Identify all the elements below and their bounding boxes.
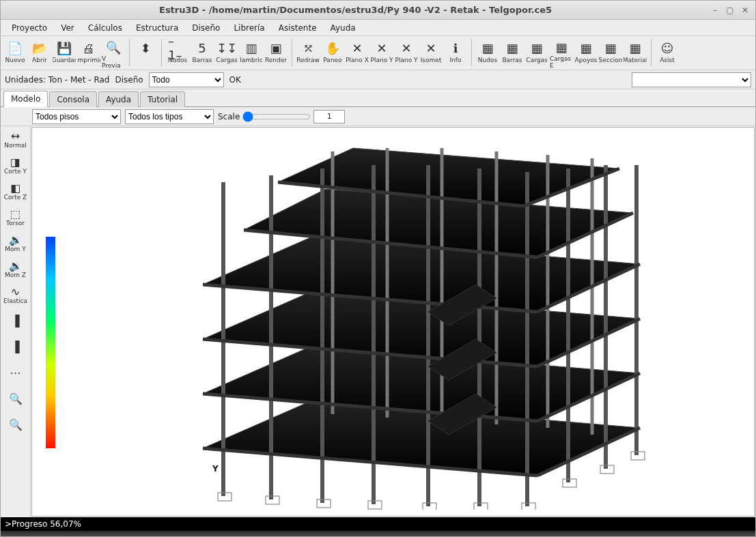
apoyos-icon: ▦ xyxy=(576,39,596,57)
nudos-icon: –1– xyxy=(168,39,187,57)
status-text: >Progreso 56,07% xyxy=(5,519,81,529)
left-momz-button[interactable]: 🔉Mom Z xyxy=(2,257,29,282)
nudos2-label: Nudos xyxy=(478,57,497,63)
scale-slider[interactable] xyxy=(242,111,311,122)
toolbar-abrir-button[interactable]: 📂Abrir xyxy=(28,38,51,69)
menu-ver[interactable]: Ver xyxy=(54,21,81,35)
momy-label: Mom Y xyxy=(5,246,25,252)
toolbar-seccion-button[interactable]: ▦Seccion xyxy=(599,38,622,69)
maximize-button[interactable]: ▢ xyxy=(724,4,736,16)
toolbar-cargas-button[interactable]: ↧↧Cargas xyxy=(215,38,238,69)
left-tool-a-button[interactable]: ▐ xyxy=(2,309,29,334)
toolbar-barras2-button[interactable]: ▦Barras xyxy=(501,38,524,69)
toolbar-paneo-button[interactable]: ✋Paneo xyxy=(321,38,344,69)
barras2-icon: ▦ xyxy=(503,39,522,57)
titlebar: Estru3D - /home/martin/Documentos/estru3… xyxy=(1,1,755,20)
tab-ayuda[interactable]: Ayuda xyxy=(98,91,139,107)
torsor-label: Torsor xyxy=(6,220,25,227)
toolbar-planoy2-button[interactable]: ✕Plano Y xyxy=(395,38,418,69)
toolbar-guardar-button[interactable]: 💾Guardar xyxy=(53,38,76,69)
close-button[interactable]: ✕ xyxy=(739,4,751,16)
menu-diseno[interactable]: Diseño xyxy=(185,21,227,35)
planox-label: Plano X xyxy=(346,57,369,63)
cargas2-label: Cargas xyxy=(526,57,547,63)
imprimir-label: Imprimir xyxy=(77,57,100,63)
left-momy-button[interactable]: 🔉Mom Y xyxy=(2,231,29,256)
toolbar-alambrico-button[interactable]: ▥lambric xyxy=(240,38,263,69)
cargas-label: Cargas xyxy=(216,57,237,63)
menu-estructura[interactable]: Estructura xyxy=(129,21,185,35)
toolbar: 📄Nuevo📂Abrir💾Guardar🖨Imprimir🔍V Previa⬍–… xyxy=(1,36,755,70)
left-zoom-in-button[interactable]: 🔍 xyxy=(2,387,29,411)
barras-label: Barras xyxy=(192,57,212,63)
menu-libreria[interactable]: Librería xyxy=(227,21,271,35)
tool-a-icon: ▐ xyxy=(11,316,19,327)
seccion-label: Seccion xyxy=(599,57,622,63)
menubar: Proyecto Ver Cálculos Estructura Diseño … xyxy=(1,20,755,36)
left-tool-b-button[interactable]: ▐ xyxy=(2,335,29,360)
toolbar-nuevo-button[interactable]: 📄Nuevo xyxy=(3,38,27,69)
toolbar-nudos-button[interactable]: –1–Nudos xyxy=(166,38,189,69)
normal-icon: ↔ xyxy=(11,131,20,142)
toolbar-render-button[interactable]: ▣Render xyxy=(264,38,288,69)
toolbar-planox-button[interactable]: ✕Plano X xyxy=(346,38,369,69)
scale-value[interactable]: 1 xyxy=(313,110,345,124)
toolbar-cargas2-button[interactable]: ▦Cargas xyxy=(525,38,548,69)
unidades-label: Unidades: Ton - Met - Rad xyxy=(5,75,109,85)
tipos-select[interactable]: Todos los tipos xyxy=(125,109,214,124)
material-label: Material xyxy=(624,57,647,63)
cargase-icon: ▦ xyxy=(552,39,571,55)
tab-consola[interactable]: Consola xyxy=(49,91,97,107)
cargas-icon: ↧↧ xyxy=(217,39,236,57)
toolbar-barras-button[interactable]: 5Barras xyxy=(191,38,214,69)
left-cortey-button[interactable]: ◨Corte Y xyxy=(2,154,29,178)
viewport-3d[interactable]: Y xyxy=(31,127,755,517)
building-render xyxy=(155,128,674,510)
isomet-icon: ✕ xyxy=(421,39,440,57)
toolbar-apoyos-button[interactable]: ▦Apoyos xyxy=(574,38,598,69)
diseno-select[interactable]: Todo xyxy=(149,72,224,87)
toolbar-imprimir-button[interactable]: 🖨Imprimir xyxy=(77,38,100,69)
menu-asistente[interactable]: Asistente xyxy=(272,21,324,35)
tab-modelo[interactable]: Modelo xyxy=(3,91,48,107)
cortey-label: Corte Y xyxy=(4,168,27,175)
toolbar-asist-button[interactable]: ☺Asist xyxy=(656,38,679,69)
redraw-label: Redraw xyxy=(296,57,320,63)
asist-label: Asist xyxy=(660,57,675,63)
toolbar-cargase-button[interactable]: ▦Cargas E xyxy=(550,38,573,69)
elastica-label: Elastica xyxy=(3,297,27,304)
pisos-select[interactable]: Todos pisos xyxy=(32,109,121,124)
right-select[interactable] xyxy=(632,72,751,87)
menu-ayuda[interactable]: Ayuda xyxy=(324,21,363,35)
tab-tutorial[interactable]: Tutorial xyxy=(140,91,185,107)
left-elastica-button[interactable]: ∿Elastica xyxy=(2,283,29,308)
render-icon: ▣ xyxy=(266,39,285,57)
nuevo-label: Nuevo xyxy=(5,57,25,63)
barras2-label: Barras xyxy=(502,57,522,63)
zoom-in-icon: 🔍 xyxy=(9,394,23,405)
left-tool-c-button[interactable]: ⋯ xyxy=(2,361,29,386)
torsor-icon: ⬚ xyxy=(10,209,20,220)
toolbar-t-1-button[interactable]: ⬍ xyxy=(134,38,157,69)
planox-icon: ✕ xyxy=(348,39,367,57)
barras-icon: 5 xyxy=(193,39,212,57)
left-torsor-button[interactable]: ⬚Torsor xyxy=(2,205,29,230)
toolbar-info-button[interactable]: ℹInfo xyxy=(444,38,467,69)
toolbar-planoy-button[interactable]: ✕Plano Y xyxy=(370,38,393,69)
left-zoom-out-button[interactable]: 🔍 xyxy=(2,413,29,437)
toolbar-redraw-button[interactable]: ⤱Redraw xyxy=(296,38,320,69)
toolbar-vprevia-button[interactable]: 🔍V Previa xyxy=(102,38,125,69)
minimize-button[interactable]: – xyxy=(709,4,721,16)
scale-label: Scale xyxy=(218,112,240,121)
menu-calculos[interactable]: Cálculos xyxy=(81,21,129,35)
toolbar-nudos2-button[interactable]: ▦Nudos xyxy=(476,38,499,69)
toolbar-material-button[interactable]: ▦Material xyxy=(624,38,647,69)
menu-proyecto[interactable]: Proyecto xyxy=(5,21,54,35)
left-normal-button[interactable]: ↔Normal xyxy=(2,128,29,152)
left-cortez-button[interactable]: ◧Corte Z xyxy=(2,179,29,204)
toolbar-isomet-button[interactable]: ✕Isomet xyxy=(419,38,443,69)
info-label: Info xyxy=(449,57,461,63)
apoyos-label: Apoyos xyxy=(575,57,598,63)
cortez-label: Corte Z xyxy=(4,194,27,201)
momz-label: Mom Z xyxy=(5,272,26,278)
